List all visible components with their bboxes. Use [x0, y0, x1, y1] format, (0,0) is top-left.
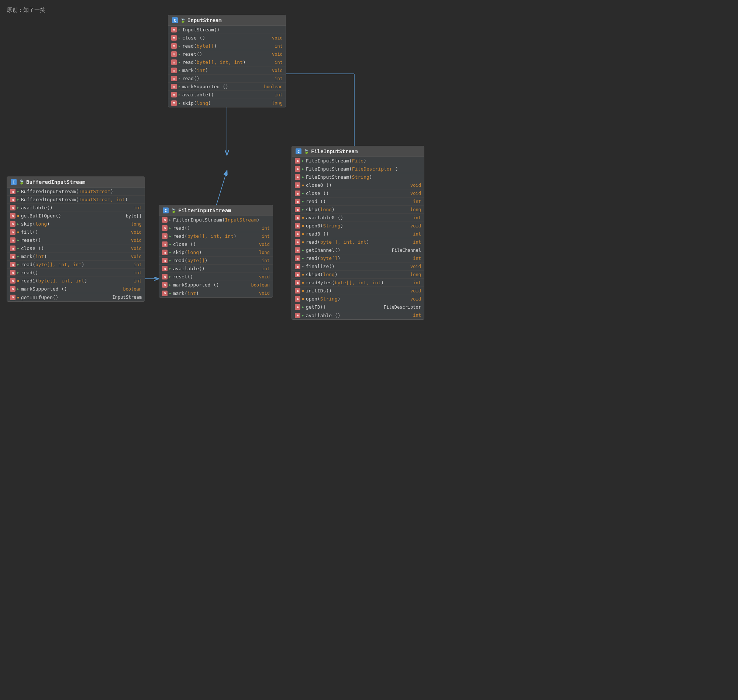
method-icon: m	[10, 213, 16, 219]
method-access: ▸	[302, 313, 304, 318]
return-type: void	[120, 238, 142, 243]
method-name: close ()	[21, 246, 118, 251]
method-access: ▸	[169, 282, 172, 287]
method-access: ▸	[302, 158, 304, 163]
method-icon: m	[295, 215, 300, 221]
method-name: read()	[173, 225, 246, 231]
method-name: skip0(long)	[306, 272, 398, 277]
method-icon: m	[10, 237, 16, 243]
return-type: void	[248, 274, 270, 279]
svg-line-4	[216, 171, 227, 207]
method-row: m ▪ read0 () int	[292, 230, 424, 238]
method-row: m ▸ reset() void	[7, 236, 145, 244]
method-icon: m	[171, 92, 177, 97]
method-icon: m	[295, 263, 300, 269]
class-title: InputStream	[188, 18, 222, 23]
method-access: ▸	[178, 27, 181, 32]
method-row: m ▸ FilterInputStream(InputStream)	[159, 216, 273, 224]
method-name: FileInputStream(String)	[306, 174, 421, 180]
method-access: ▸	[17, 270, 19, 275]
method-icon: m	[162, 217, 167, 223]
method-name: readBytes(byte[], int, int)	[306, 280, 398, 285]
class-header-bufferedinputstream: C 🍃 BufferedInputStream	[7, 177, 145, 188]
method-row: m ▸ mark(int) void	[159, 289, 273, 297]
method-row: m ▸ read(byte[], int, int) int	[159, 232, 273, 240]
method-icon: m	[10, 295, 16, 300]
method-name: skip(long)	[182, 100, 259, 106]
method-access: ▪	[302, 297, 304, 301]
method-row: m ▸ reset() void	[159, 273, 273, 281]
return-type: void	[120, 246, 142, 251]
method-access: ▪	[302, 240, 304, 244]
method-icon: m	[295, 296, 300, 301]
method-icon: m	[10, 270, 16, 275]
method-icon: m	[162, 233, 167, 239]
method-name: read(byte[], int, int)	[182, 59, 259, 65]
return-type: int	[261, 44, 283, 49]
method-name: read ()	[306, 199, 398, 204]
method-name: fill()	[21, 229, 118, 235]
method-name: open0(String)	[306, 223, 398, 228]
method-access: ▸	[178, 76, 181, 81]
method-name: getFD()	[306, 304, 382, 310]
method-access: ▸	[17, 238, 19, 243]
return-type: void	[399, 224, 421, 228]
method-name: available ()	[306, 313, 398, 318]
method-icon: m	[10, 286, 16, 292]
class-title: FileInputStream	[311, 149, 358, 154]
method-name: read(byte[])	[306, 256, 398, 261]
method-row: m ▸ read(byte[]) int	[292, 254, 424, 263]
method-access: ▸	[169, 234, 172, 238]
method-name: initIDs()	[306, 288, 398, 294]
method-row: m ▸ available () int	[292, 311, 424, 319]
method-name: getChannel()	[306, 247, 390, 253]
method-row: m ▪ readBytes(byte[], int, int) int	[292, 279, 424, 287]
method-access: ▪	[302, 215, 304, 220]
method-name: read(byte[])	[173, 258, 246, 263]
return-type: long	[399, 207, 421, 212]
method-name: markSupported ()	[21, 286, 118, 292]
method-icon: m	[10, 229, 16, 235]
method-access: ▸	[17, 197, 19, 202]
method-row: m ▪ available0 () int	[292, 214, 424, 222]
method-access: ▸	[169, 258, 172, 263]
method-access: ▸	[302, 264, 304, 269]
method-access: ▸	[169, 226, 172, 230]
method-row: m ▸ close () void	[159, 240, 273, 249]
method-icon: m	[162, 225, 167, 231]
method-row: m ▸ skip(long) long	[7, 220, 145, 228]
method-access: ▸	[169, 291, 172, 296]
return-type: int	[248, 226, 270, 231]
return-type: boolean	[248, 282, 270, 288]
return-type: boolean	[261, 84, 283, 89]
method-name: read()	[21, 270, 118, 275]
method-icon: m	[295, 207, 300, 212]
class-header-fileinputstream: C 🍃 FileInputStream	[292, 146, 424, 157]
class-title: BufferedInputStream	[26, 179, 85, 185]
return-type: void	[261, 68, 283, 73]
method-access: ▸	[178, 68, 181, 73]
method-icon: m	[162, 250, 167, 255]
method-row: m ▪ fill() void	[7, 228, 145, 236]
method-access: ▸	[17, 189, 19, 194]
method-row: m ▸ close () void	[7, 244, 145, 253]
method-row: m ▸ FileInputStream(String)	[292, 173, 424, 181]
method-name: close ()	[173, 241, 246, 247]
method-name: read(byte[], int, int)	[306, 239, 398, 245]
method-name: available()	[182, 92, 259, 97]
return-type: InputStream	[113, 295, 142, 300]
method-icon: m	[171, 43, 177, 49]
method-name: reset()	[21, 237, 118, 243]
method-row: m ▸ BufferedInputStream(InputStream, int…	[7, 196, 145, 204]
method-row: m ▸ read() int	[7, 269, 145, 277]
method-row: m ▸ mark(int) void	[168, 66, 286, 75]
method-icon: m	[171, 35, 177, 41]
method-icon: m	[171, 27, 177, 32]
method-name: getInIfOpen()	[21, 295, 111, 300]
class-header-inputstream: C 🍃 InputStream	[168, 15, 286, 26]
method-name: skip(long)	[306, 207, 398, 212]
method-access: ▪	[302, 183, 304, 188]
return-type: boolean	[120, 287, 142, 292]
return-type: int	[248, 258, 270, 263]
method-row: m ▸ skip(long) long	[168, 99, 286, 107]
